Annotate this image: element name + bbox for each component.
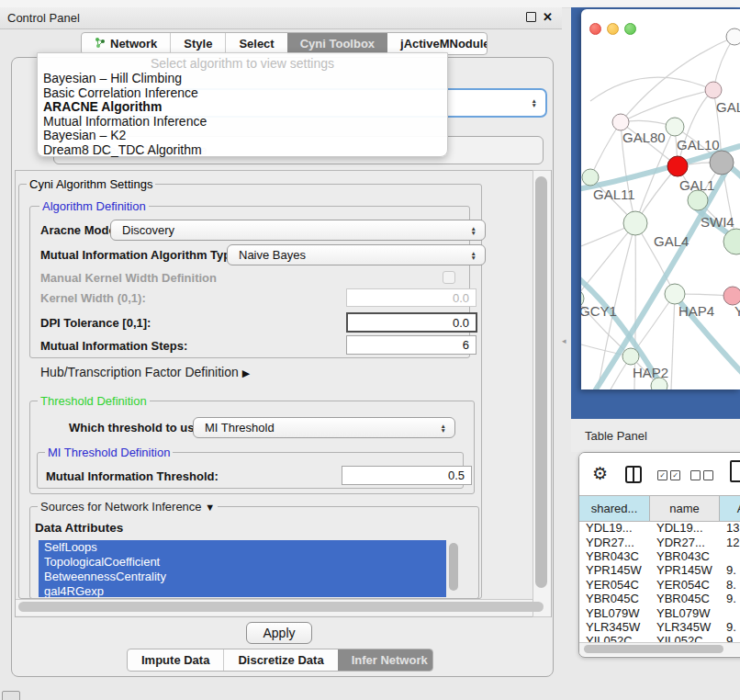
close-icon[interactable]: ✕ bbox=[543, 11, 553, 23]
network-node[interactable] bbox=[622, 348, 639, 365]
algorithm-option[interactable]: Bayesian – Hill Climbing bbox=[38, 72, 447, 86]
hub-tf-definition-toggle[interactable]: Hub/Transcription Factor Definition ▶ bbox=[40, 365, 250, 379]
algorithm-option[interactable]: Dream8 DC_TDC Algorithm bbox=[38, 143, 447, 158]
table-row[interactable]: YBR045CYBR045C9. bbox=[579, 592, 740, 605]
network-node[interactable] bbox=[726, 28, 740, 45]
node-label-gal10: GAL10 bbox=[677, 137, 720, 152]
mi-steps-input[interactable]: 6 bbox=[346, 335, 477, 355]
network-view-window[interactable]: GALGAL80GAL10GAL1GAL11SWI4GAL4GCY1HAP4YH… bbox=[581, 9, 740, 390]
tab-style[interactable]: Style bbox=[170, 33, 225, 54]
aracne-mode-combobox[interactable]: Discovery ▲▼ bbox=[110, 220, 486, 241]
table-hscrollbar-thumb[interactable] bbox=[584, 645, 723, 653]
attributes-list-scrollbar-thumb[interactable] bbox=[449, 543, 458, 591]
network-node[interactable] bbox=[612, 114, 629, 130]
tab-jactivemnodules[interactable]: jActiveMNodules bbox=[387, 33, 488, 54]
tab-infer-network[interactable]: Infer Network bbox=[338, 649, 433, 671]
network-node[interactable] bbox=[623, 211, 647, 235]
network-node[interactable] bbox=[710, 151, 734, 175]
column-header-shared[interactable]: shared... bbox=[579, 496, 650, 521]
network-node[interactable] bbox=[705, 82, 722, 98]
table-cell: YER054C bbox=[650, 578, 720, 592]
float-window-icon[interactable] bbox=[526, 12, 536, 22]
table-cell: YDL19... bbox=[579, 521, 650, 535]
table-row[interactable]: YIL052CYIL052C9 bbox=[579, 634, 740, 642]
network-node[interactable] bbox=[666, 118, 684, 136]
table-rows: YDL19...YDL19...13YDR27...YDR27...12YBR0… bbox=[579, 521, 740, 642]
node-label-y: Y bbox=[734, 303, 740, 319]
mi-threshold-input[interactable]: 0.5 bbox=[342, 466, 472, 485]
vertical-scrollbar-thumb[interactable] bbox=[535, 176, 547, 588]
network-node[interactable] bbox=[688, 190, 708, 210]
node-label-gcy1: GCY1 bbox=[581, 303, 617, 319]
data-attribute-item[interactable]: SelfLoops bbox=[39, 540, 446, 555]
select-all-columns-icon[interactable]: ✓✓ bbox=[657, 470, 680, 480]
which-threshold-combobox[interactable]: MI Threshold ▲▼ bbox=[193, 417, 455, 438]
tab-cyni-toolbox[interactable]: Cyni Toolbox bbox=[287, 33, 387, 54]
tab-network[interactable]: Network bbox=[82, 33, 170, 54]
algorithm-definition-title: Algorithm Definition bbox=[39, 199, 149, 213]
gear-icon[interactable]: ⚙ bbox=[592, 463, 608, 484]
table-row[interactable]: YBL079WYBL079W bbox=[579, 605, 740, 619]
close-traffic-light-icon[interactable] bbox=[589, 23, 601, 35]
data-attribute-item[interactable]: TopologicalCoefficient bbox=[39, 555, 446, 570]
table-panel-window: ⚙ ✓✓ shared...nameA YDL19...YDL19...13YD… bbox=[578, 452, 740, 658]
network-node[interactable] bbox=[582, 169, 599, 186]
data-attributes-list[interactable]: SelfLoopsTopologicalCoefficientBetweenne… bbox=[39, 540, 461, 597]
mi-type-label: Mutual Information Algorithm Type: bbox=[40, 248, 241, 262]
tab-impute-data[interactable]: Impute Data bbox=[128, 649, 223, 671]
dpi-tolerance-input[interactable]: 0.0 bbox=[346, 312, 477, 333]
data-attribute-item[interactable]: BetweennessCentrality bbox=[39, 570, 446, 584]
minimize-traffic-light-icon[interactable] bbox=[607, 23, 619, 35]
deselect-all-columns-icon[interactable] bbox=[690, 470, 713, 480]
algorithm-option[interactable]: Mutual Information Inference bbox=[38, 115, 447, 130]
table-horizontal-scrollbar[interactable] bbox=[579, 642, 740, 656]
which-threshold-label: Which threshold to use: bbox=[69, 421, 205, 435]
tab-label: Style bbox=[184, 37, 212, 51]
network-node[interactable] bbox=[665, 284, 685, 304]
mi-steps-label: Mutual Information Steps: bbox=[40, 339, 187, 353]
kernel-width-label: Kernel Width (0,1): bbox=[40, 291, 146, 305]
network-edge[interactable] bbox=[671, 294, 675, 390]
table-row[interactable]: YLR345WYLR345W9. bbox=[579, 620, 740, 634]
threshold-definition-title: Threshold Definition bbox=[38, 394, 150, 408]
which-threshold-value: MI Threshold bbox=[205, 421, 275, 435]
network-node[interactable] bbox=[723, 287, 740, 305]
network-node[interactable] bbox=[667, 156, 688, 176]
export-table-icon[interactable] bbox=[730, 460, 740, 482]
splitter-arrow-icon[interactable]: ◂ bbox=[562, 336, 566, 345]
dpi-tolerance-label: DPI Tolerance [0,1]: bbox=[40, 316, 151, 330]
data-attribute-item[interactable]: gal4RGexp bbox=[39, 584, 446, 597]
table-row[interactable]: YPR145WYPR145W9. bbox=[579, 563, 740, 577]
algorithm-option[interactable]: ARACNE Algorithm bbox=[38, 100, 447, 115]
column-header-name[interactable]: name bbox=[650, 496, 720, 521]
table-row[interactable]: YBR043CYBR043C bbox=[579, 549, 740, 563]
table-cell: YDL19... bbox=[650, 521, 720, 535]
table-row[interactable]: YDL19...YDL19...13 bbox=[579, 521, 740, 535]
tab-discretize-data[interactable]: Discretize Data bbox=[223, 649, 337, 671]
table-cell: YPR145W bbox=[650, 563, 720, 577]
table-panel-header: Table Panel bbox=[571, 419, 740, 452]
split-columns-icon[interactable] bbox=[625, 466, 642, 483]
node-label-swi4: SWI4 bbox=[701, 214, 734, 230]
tab-label: Network bbox=[110, 37, 157, 51]
table-row[interactable]: YDR27...YDR27...12 bbox=[579, 535, 740, 548]
tab-select[interactable]: Select bbox=[225, 33, 286, 54]
network-graph[interactable]: GALGAL80GAL10GAL1GAL11SWI4GAL4GCY1HAP4YH… bbox=[581, 9, 740, 390]
table-cell: YBR043C bbox=[650, 549, 720, 563]
table-cell: YDR27... bbox=[650, 536, 720, 549]
manual-kernel-checkbox[interactable] bbox=[443, 271, 455, 284]
sources-title[interactable]: Sources for Network Inference ▼ bbox=[38, 500, 218, 514]
zoom-traffic-light-icon[interactable] bbox=[624, 23, 636, 35]
mini-corner-icon[interactable] bbox=[2, 691, 20, 700]
mi-algorithm-type-combobox[interactable]: Naive Bayes ▲▼ bbox=[227, 244, 486, 265]
kernel-width-input[interactable]: 0.0 bbox=[346, 288, 477, 307]
network-edge[interactable] bbox=[590, 122, 621, 177]
horizontal-scrollbar-thumb[interactable] bbox=[18, 602, 544, 612]
node-label-hap2: HAP2 bbox=[633, 365, 668, 380]
table-row[interactable]: YER054CYER054C8. bbox=[579, 578, 740, 592]
tab-label: Cyni Toolbox bbox=[300, 37, 375, 51]
algorithm-option[interactable]: Basic Correlation Inference bbox=[38, 86, 447, 101]
apply-button[interactable]: Apply bbox=[246, 622, 312, 644]
column-header-a[interactable]: A bbox=[720, 496, 740, 521]
algorithm-option[interactable]: Bayesian – K2 bbox=[38, 129, 447, 143]
